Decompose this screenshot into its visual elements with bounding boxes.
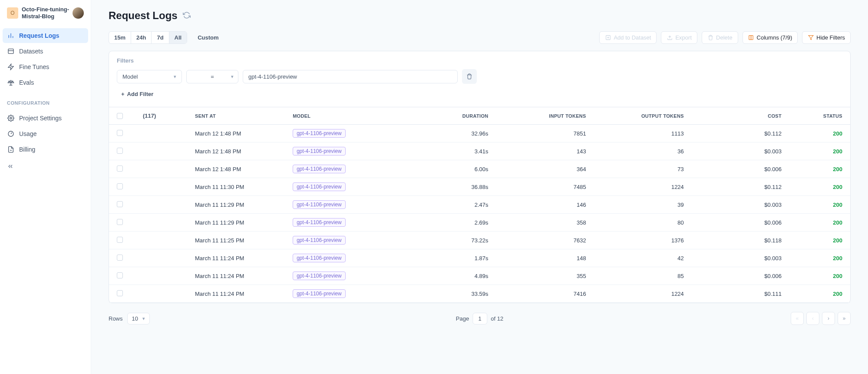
sidebar-item-billing[interactable]: Billing — [3, 142, 88, 157]
filter-remove-button[interactable] — [462, 69, 477, 84]
row-checkbox[interactable] — [117, 290, 123, 296]
time-range-all[interactable]: All — [169, 32, 187, 43]
select-all-checkbox[interactable] — [117, 113, 123, 119]
cell-cost: $0.118 — [684, 237, 782, 244]
filter-value-input[interactable]: gpt-4-1106-preview — [243, 70, 458, 83]
row-checkbox[interactable] — [117, 201, 123, 207]
table-row[interactable]: March 12 1:48 PM gpt-4-1106-preview 3.41… — [109, 142, 850, 160]
filters-panel: Filters Model▾ =▾ gpt-4-1106-preview + A… — [109, 51, 850, 107]
cell-cost: $0.112 — [684, 184, 782, 190]
model-badge: gpt-4-1106-preview — [293, 147, 345, 156]
columns-button[interactable]: Columns (7/9) — [743, 31, 798, 44]
col-cost[interactable]: COST — [684, 113, 782, 119]
cell-sent-at: March 11 11:29 PM — [195, 219, 293, 226]
col-output-tokens[interactable]: OUTPUT TOKENS — [586, 113, 684, 119]
sidebar-item-label: Usage — [19, 130, 36, 137]
cell-duration: 2.69s — [390, 219, 488, 226]
page-prev-button[interactable]: ‹ — [806, 312, 819, 325]
cell-duration: 2.47s — [390, 202, 488, 208]
cell-input-tokens: 7485 — [488, 184, 586, 190]
table-row[interactable]: March 11 11:25 PM gpt-4-1106-preview 73.… — [109, 232, 850, 249]
col-status[interactable]: STATUS — [782, 113, 842, 119]
model-badge: gpt-4-1106-preview — [293, 254, 345, 262]
cell-status: 200 — [782, 255, 842, 261]
delete-button[interactable]: Delete — [702, 31, 738, 44]
cell-input-tokens: 364 — [488, 166, 586, 172]
model-badge: gpt-4-1106-preview — [293, 182, 345, 191]
col-input-tokens[interactable]: INPUT TOKENS — [488, 113, 586, 119]
filter-field-select[interactable]: Model▾ — [117, 70, 182, 83]
cell-sent-at: March 12 1:48 PM — [195, 166, 293, 172]
table-row[interactable]: March 11 11:30 PM gpt-4-1106-preview 36.… — [109, 178, 850, 196]
columns-label: Columns (7/9) — [757, 34, 792, 41]
cell-input-tokens: 148 — [488, 255, 586, 261]
sidebar-item-label: Billing — [19, 146, 35, 153]
cell-cost: $0.111 — [684, 291, 782, 297]
time-range-7d[interactable]: 7d — [152, 32, 169, 43]
cell-model: gpt-4-1106-preview — [293, 289, 390, 298]
row-checkbox[interactable] — [117, 183, 123, 189]
col-duration[interactable]: DURATION — [390, 113, 488, 119]
page-next-button[interactable]: › — [822, 312, 835, 325]
project-switcher[interactable]: O Octo-Fine-tuning-Mistral-Blog — [3, 3, 88, 22]
time-range-24h[interactable]: 24h — [131, 32, 152, 43]
col-model[interactable]: MODEL — [293, 113, 390, 119]
model-badge: gpt-4-1106-preview — [293, 218, 345, 227]
rows-per-page-select[interactable]: 10 ▾ — [127, 313, 150, 324]
user-avatar[interactable] — [73, 7, 84, 19]
cell-model: gpt-4-1106-preview — [293, 218, 390, 227]
table-row[interactable]: March 11 11:24 PM gpt-4-1106-preview 33.… — [109, 285, 850, 303]
gear-icon — [7, 114, 15, 122]
cell-duration: 4.89s — [390, 273, 488, 279]
sidebar-item-label: Project Settings — [19, 115, 62, 122]
sidebar-item-request-logs[interactable]: Request Logs — [3, 28, 88, 43]
rows-label: Rows — [109, 315, 123, 322]
table-row[interactable]: March 12 1:48 PM gpt-4-1106-preview 32.9… — [109, 125, 850, 142]
cell-sent-at: March 11 11:25 PM — [195, 237, 293, 244]
hide-filters-button[interactable]: Hide Filters — [802, 31, 851, 44]
add-filter-button[interactable]: + Add Filter — [117, 89, 842, 99]
filter-row: Model▾ =▾ gpt-4-1106-preview — [117, 69, 842, 84]
table-row[interactable]: March 12 1:48 PM gpt-4-1106-preview 6.00… — [109, 160, 850, 178]
time-range-selector: 15m24h7dAll — [109, 31, 187, 44]
cell-model: gpt-4-1106-preview — [293, 254, 390, 262]
table-row[interactable]: March 11 11:29 PM gpt-4-1106-preview 2.6… — [109, 214, 850, 232]
row-checkbox[interactable] — [117, 130, 123, 136]
sidebar-item-evals[interactable]: Evals — [3, 75, 88, 90]
cell-sent-at: March 11 11:30 PM — [195, 184, 293, 190]
svg-rect-3 — [8, 49, 13, 54]
page-first-button[interactable]: « — [791, 312, 804, 325]
sidebar-item-project-settings[interactable]: Project Settings — [3, 111, 88, 126]
cell-status: 200 — [782, 237, 842, 244]
table-row[interactable]: March 11 11:29 PM gpt-4-1106-preview 2.4… — [109, 196, 850, 214]
cell-cost: $0.003 — [684, 148, 782, 155]
page-input[interactable]: 1 — [472, 313, 487, 324]
row-checkbox[interactable] — [117, 148, 123, 154]
add-to-dataset-button[interactable]: Add to Dataset — [599, 31, 657, 44]
sidebar-item-label: Evals — [19, 79, 34, 86]
refresh-icon[interactable] — [183, 11, 191, 20]
row-checkbox[interactable] — [117, 255, 123, 261]
table-row[interactable]: March 11 11:24 PM gpt-4-1106-preview 1.8… — [109, 249, 850, 267]
page-last-button[interactable]: » — [838, 312, 851, 325]
export-button[interactable]: Export — [661, 31, 697, 44]
cell-input-tokens: 7632 — [488, 237, 586, 244]
row-checkbox[interactable] — [117, 165, 123, 172]
sidebar-item-datasets[interactable]: Datasets — [3, 44, 88, 59]
collapse-sidebar-button[interactable] — [0, 159, 91, 175]
sidebar-item-usage[interactable]: Usage — [3, 126, 88, 141]
cell-sent-at: March 12 1:48 PM — [195, 130, 293, 137]
row-checkbox[interactable] — [117, 272, 123, 278]
time-range-15m[interactable]: 15m — [109, 32, 131, 43]
main-content: Request Logs 15m24h7dAll Custom Add to D… — [91, 0, 868, 374]
time-range-custom[interactable]: Custom — [191, 32, 224, 43]
filter-op-select[interactable]: =▾ — [186, 70, 238, 83]
trash-icon — [707, 35, 713, 41]
sidebar-item-fine-tunes[interactable]: Fine Tunes — [3, 60, 88, 74]
svg-point-6 — [10, 117, 12, 119]
col-sent-at[interactable]: SENT AT — [195, 113, 293, 119]
row-checkbox[interactable] — [117, 219, 123, 225]
cell-input-tokens: 7416 — [488, 291, 586, 297]
table-row[interactable]: March 11 11:24 PM gpt-4-1106-preview 4.8… — [109, 267, 850, 285]
row-checkbox[interactable] — [117, 237, 123, 243]
